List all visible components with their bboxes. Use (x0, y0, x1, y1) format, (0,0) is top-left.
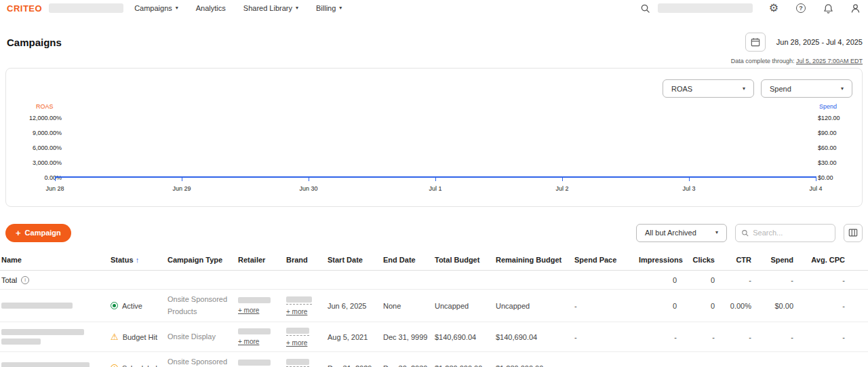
column-header-brand[interactable]: Brand (286, 250, 328, 271)
left-axis-tick: 0.00% (6, 174, 62, 181)
campaign-type-label: Onsite Sponsored Products (167, 294, 234, 317)
start-date-cell: Aug 5, 2021 (328, 322, 383, 352)
redacted-retailer (238, 360, 271, 366)
chevron-down-icon: ▾ (715, 230, 718, 235)
clicks-cell: - (681, 352, 719, 367)
column-header-start-date[interactable]: Start Date (328, 250, 383, 271)
archive-filter-select[interactable]: All but Archived ▾ (636, 224, 727, 242)
page-header: Campaigns Jun 28, 2025 - Jul 4, 2025 (0, 16, 868, 52)
spend-pace-cell: - (574, 322, 639, 352)
table-columns-icon (848, 228, 858, 237)
redacted-campaign-name-link[interactable] (1, 362, 106, 367)
impressions-cell: - (639, 352, 681, 367)
search-input[interactable] (753, 229, 829, 237)
retailer-more-link[interactable]: + more (238, 307, 259, 314)
chevron-down-icon: ▾ (296, 5, 298, 11)
page-title: Campaigns (7, 37, 62, 48)
search-icon[interactable] (639, 2, 651, 14)
right-axis-tick: $90.00 (818, 130, 837, 136)
column-header-spend-pace[interactable]: Spend Pace (574, 250, 639, 271)
settings-gear-icon[interactable]: ⚙ (768, 2, 780, 14)
spend-pace-cell: - (574, 352, 639, 367)
redacted-retailer (238, 297, 271, 303)
right-metric-select[interactable]: Spend ▾ (761, 79, 852, 98)
column-header-spend[interactable]: Spend (755, 250, 797, 271)
column-header-clicks[interactable]: Clicks (681, 250, 719, 271)
toolbar-right-group: All but Archived ▾ (636, 224, 863, 242)
new-campaign-button[interactable]: + Campaign (5, 224, 71, 242)
date-range-label: Jun 28, 2025 - Jul 4, 2025 (776, 38, 863, 46)
column-header-end-date[interactable]: End Date (383, 250, 435, 271)
column-header-total-budget[interactable]: Total Budget (435, 250, 496, 271)
right-axis-tick: $120.00 (818, 115, 840, 121)
info-icon[interactable]: i (21, 276, 29, 284)
table-row: ⚠ Budget Hit Onsite Display + more + mor… (0, 322, 868, 352)
x-axis-tick-mark (309, 178, 309, 181)
nav-item-analytics[interactable]: Analytics (196, 4, 226, 12)
left-axis-tick: 12,000.00% (6, 115, 62, 121)
avg-cpc-cell: - (797, 290, 868, 322)
table-header-row: Name Status↑ Campaign Type Retailer Bran… (0, 250, 868, 271)
x-axis-label: Jun 29 (172, 185, 191, 192)
total-budget-cell: Uncapped (435, 290, 496, 322)
column-header-status[interactable]: Status↑ (111, 250, 167, 271)
column-settings-button[interactable] (844, 224, 863, 242)
end-date-cell: None (383, 290, 435, 322)
brand-more-link[interactable]: + more (286, 339, 307, 347)
avg-cpc-cell: - (797, 352, 868, 367)
redacted-brand (286, 328, 309, 334)
right-axis-tick: $0.00 (818, 174, 833, 181)
left-axis-tick: 9,000.00% (6, 130, 62, 136)
sort-ascending-icon: ↑ (136, 256, 140, 264)
x-axis-tick-mark (182, 178, 182, 181)
x-axis-label: Jul 3 (682, 185, 695, 192)
metric-selectors: ROAS ▾ Spend ▾ (663, 79, 852, 98)
top-navbar: CRITEO Campaigns ▾ Analytics Shared Libr… (0, 0, 868, 16)
column-header-retailer[interactable]: Retailer (238, 250, 286, 271)
notifications-bell-icon[interactable] (822, 2, 834, 14)
table-row: Scheduled Onsite Sponsored Products + mo… (0, 352, 868, 367)
brand-more-link[interactable]: + more (286, 308, 307, 315)
spend-cell: $0.00 (755, 290, 797, 322)
x-axis-tick-mark (689, 178, 690, 181)
retailer-more-link[interactable]: + more (238, 338, 259, 345)
redacted-campaign-name-link[interactable] (1, 329, 106, 345)
data-complete-note: Data complete through: Jul 5, 2025 7:00A… (0, 58, 868, 64)
column-header-name[interactable]: Name (0, 250, 111, 271)
right-axis-tick: $30.00 (818, 159, 837, 166)
criteo-logo[interactable]: CRITEO (7, 3, 42, 14)
user-profile-icon[interactable] (849, 2, 861, 14)
clicks-cell: 0 (681, 290, 719, 322)
column-header-ctr[interactable]: CTR (719, 250, 755, 271)
x-axis-tick-mark (55, 178, 56, 181)
nav-item-billing[interactable]: Billing ▾ (316, 4, 342, 12)
redacted-retailer (238, 328, 271, 334)
x-axis-tick-mark (435, 178, 436, 181)
status-badge: Active (111, 302, 163, 310)
column-header-campaign-type[interactable]: Campaign Type (167, 250, 238, 271)
redacted-account-selector[interactable] (658, 3, 753, 13)
spend-cell: - (755, 322, 797, 352)
total-budget-cell: $1,280,000.00 (435, 352, 496, 367)
ctr-cell: - (719, 322, 755, 352)
column-header-avg-cpc[interactable]: Avg. CPC (797, 250, 868, 271)
data-complete-link[interactable]: Jul 5, 2025 7:00AM EDT (796, 58, 863, 64)
nav-item-campaigns[interactable]: Campaigns ▾ (134, 4, 178, 12)
redacted-brand (286, 296, 312, 303)
redacted-campaign-name-link[interactable] (1, 303, 73, 309)
nav-item-shared-library[interactable]: Shared Library ▾ (243, 4, 298, 12)
table-search-box (735, 224, 835, 242)
calendar-icon (751, 37, 760, 47)
performance-chart-card: ROAS ▾ Spend ▾ ROAS Spend 12,000.00% 9,0… (5, 68, 863, 207)
status-badge: ⚠ Budget Hit (111, 332, 163, 341)
x-axis-label: Jul 1 (429, 185, 441, 192)
search-icon (741, 229, 749, 237)
help-icon[interactable]: ? (795, 2, 807, 14)
x-axis-label: Jun 28 (45, 185, 64, 192)
left-metric-select[interactable]: ROAS ▾ (663, 79, 754, 98)
start-date-cell: Dec 31, 2029 (328, 352, 383, 367)
column-header-remaining-budget[interactable]: Remaining Budget (496, 250, 574, 271)
column-header-impressions[interactable]: Impressions (639, 250, 681, 271)
total-budget-cell: $140,690.04 (435, 322, 496, 352)
calendar-button[interactable] (745, 33, 766, 52)
